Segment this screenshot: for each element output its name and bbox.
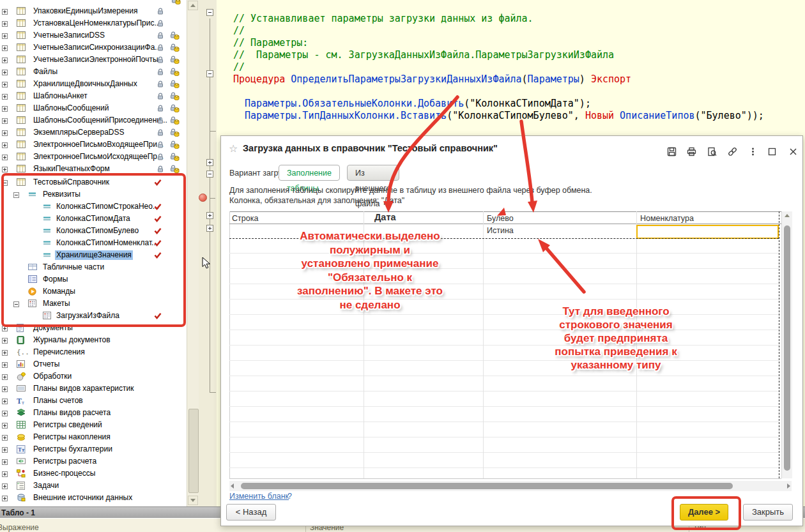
vscroll-thumb[interactable]	[784, 225, 790, 471]
tree-expander-icon[interactable]	[2, 409, 8, 418]
tree-item[interactable]: Макеты	[0, 298, 187, 309]
tree-expander-icon[interactable]	[2, 44, 8, 53]
breakpoint-marker[interactable]	[199, 194, 207, 202]
tree-expander-icon[interactable]	[2, 8, 8, 17]
tree-item[interactable]: УстановкаЦенНоменклатурыПрис...	[0, 18, 187, 29]
tree-item[interactable]: Внешние источники данных	[0, 492, 187, 503]
tree-item[interactable]: Обработки	[0, 371, 187, 382]
tree-expander-icon[interactable]	[2, 373, 8, 382]
tree-expander-icon[interactable]	[2, 153, 8, 162]
tree-expander-icon[interactable]	[2, 385, 8, 394]
tree-expander-icon[interactable]	[2, 446, 8, 455]
tree-expander-icon[interactable]	[2, 434, 8, 443]
tree-item[interactable]: Бизнес-процессы	[0, 468, 187, 479]
hscroll-thumb[interactable]	[241, 483, 733, 489]
tree-expander-icon[interactable]	[2, 20, 8, 29]
tree-item[interactable]: TтРегистры бухгалтерии	[0, 444, 187, 455]
tree-item[interactable]: ЭлектронноеПисьмоВходящееПри...	[0, 139, 187, 150]
scroll-thumb[interactable]	[188, 409, 199, 493]
scroll-left-icon[interactable]	[231, 483, 234, 489]
fold-plus-icon[interactable]	[206, 225, 213, 232]
tree-expander-icon[interactable]	[2, 105, 8, 114]
more-icon[interactable]	[747, 146, 760, 158]
tree-item[interactable]: ТестовыйСправочник	[0, 177, 187, 188]
tree-expander-icon[interactable]	[2, 422, 8, 430]
tree-item[interactable]: Формы	[0, 274, 187, 285]
tree-expander-icon[interactable]	[13, 191, 19, 200]
tree-item[interactable]: Файлы	[0, 66, 187, 77]
tree-expander-icon[interactable]	[2, 68, 8, 77]
next-button[interactable]: Далее >	[680, 504, 728, 521]
tree-expander-icon[interactable]	[2, 93, 8, 102]
tree-item[interactable]: Регистры сведений	[0, 420, 187, 430]
tree-expander-icon[interactable]	[2, 56, 8, 65]
tree-expander-icon[interactable]	[2, 32, 8, 41]
table-hscrollbar[interactable]	[229, 481, 792, 491]
maximize-icon[interactable]	[767, 146, 779, 158]
tree-item[interactable]: УчетныеЗаписиDSS	[0, 30, 187, 41]
tree-expander-icon[interactable]	[2, 361, 8, 370]
fold-minus-icon[interactable]	[206, 9, 213, 16]
fold-plus-icon[interactable]	[206, 212, 213, 219]
tree-expander-icon[interactable]	[2, 349, 8, 358]
tree-item[interactable]: ШаблоныСообщений	[0, 103, 187, 114]
tree-item[interactable]: КолонкаСТипомДата	[0, 213, 187, 224]
scroll-up-button[interactable]	[188, 1, 198, 10]
tree-item[interactable]: Задачи	[0, 480, 187, 491]
tree-item[interactable]: ЗагрузкаИзФайла	[0, 310, 187, 321]
tree-item[interactable]: ЭкземплярыСервераDSS	[0, 127, 187, 138]
edit-form-link[interactable]: Изменить бланк	[229, 492, 289, 501]
tree-item[interactable]: Отчеты	[0, 359, 187, 370]
tree-item[interactable]: Документы	[0, 323, 187, 333]
tree-item[interactable]: Регистры расчета	[0, 456, 187, 467]
tree-item[interactable]: Журналы документов	[0, 335, 187, 346]
tree-item[interactable]: ЯзыкиПечатныхФорм	[0, 163, 187, 174]
tree-item[interactable]: КолонкаСТипомБулево	[0, 225, 187, 236]
tree-expander-icon[interactable]	[13, 300, 19, 309]
tree-item[interactable]: УчетныеЗаписиСинхронизацииФа...	[0, 42, 187, 53]
tree-expander-icon[interactable]	[2, 458, 8, 467]
help-link[interactable]: ?	[288, 492, 292, 501]
scroll-down-button[interactable]	[188, 496, 198, 505]
tree-item[interactable]: Реквизиты	[0, 189, 187, 200]
tree-scrollbar[interactable]	[187, 0, 199, 506]
fold-minus-icon[interactable]	[206, 171, 213, 178]
tree-expander-icon[interactable]	[2, 179, 8, 188]
tree-item[interactable]: УпаковкиЕдиницыИзмерения	[0, 6, 187, 17]
tree-item[interactable]: ШаблоныАнкет	[0, 91, 187, 102]
tree-item[interactable]: Регистры накопления	[0, 432, 187, 443]
tree-item[interactable]: КолонкаСТипомСтрокаНео...	[0, 201, 187, 212]
selected-cell[interactable]	[636, 225, 779, 239]
table-vscrollbar[interactable]	[781, 211, 792, 478]
scroll-up-icon[interactable]	[785, 214, 790, 217]
tree-item[interactable]: ХранилищеДвоичныхДанных	[0, 79, 187, 89]
cell-bool-value[interactable]: Истина	[487, 226, 514, 235]
tree-expander-icon[interactable]	[2, 129, 8, 138]
tree-item[interactable]: TтПланы счетов	[0, 395, 187, 406]
tree-expander-icon[interactable]	[2, 494, 8, 503]
tab-from-file[interactable]: Из внешнего файла	[347, 165, 399, 181]
tree-expander-icon[interactable]	[2, 117, 8, 126]
fold-minus-icon[interactable]	[206, 70, 213, 77]
tree-item[interactable]: Планы видов расчета	[0, 407, 187, 418]
tree-expander-icon[interactable]	[2, 165, 8, 174]
tree-item[interactable]: ШаблоныСообщенийПрисоединенн...	[0, 115, 187, 126]
tree-item[interactable]: Табличные части	[0, 262, 187, 273]
preview-icon[interactable]	[707, 146, 719, 158]
tree-item[interactable]: УчетныеЗаписиЭлектроннойПочты	[0, 54, 187, 65]
tree-expander-icon[interactable]	[2, 397, 8, 406]
tree-item[interactable]: ХранилищеЗначения	[0, 250, 187, 261]
tree-item[interactable]: ЭлектронноеПисьмоИсходящееПр...	[0, 151, 187, 162]
tree-item[interactable]: Команды	[0, 286, 187, 297]
favorite-star-icon[interactable]: ☆	[229, 142, 238, 155]
tree-expander-icon[interactable]	[2, 470, 8, 479]
print-icon[interactable]	[686, 146, 699, 158]
save-icon[interactable]	[666, 146, 679, 158]
tree-expander-icon[interactable]	[2, 482, 8, 491]
tree-expander-icon[interactable]	[2, 80, 8, 89]
tree-item[interactable]: Планы видов характеристик	[0, 383, 187, 394]
tree-expander-icon[interactable]	[2, 141, 8, 150]
close-icon[interactable]	[788, 146, 801, 158]
back-button[interactable]: < Назад	[226, 504, 276, 521]
tab-fill-table[interactable]: Заполнение таблицы	[279, 165, 340, 181]
